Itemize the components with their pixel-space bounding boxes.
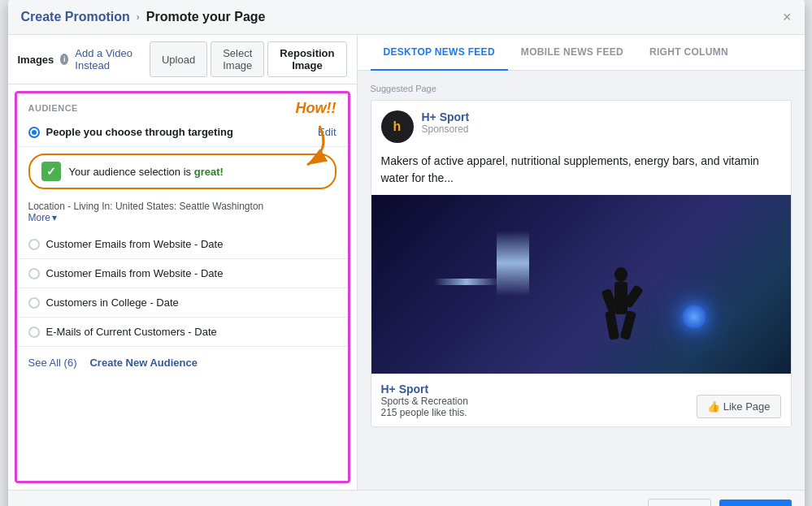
check-circle-icon: ✓: [41, 162, 61, 181]
breadcrumb-current: Promote your Page: [146, 10, 266, 24]
ad-image-content: [371, 195, 791, 374]
ad-card-header: h H+ Sport Sponsored: [371, 101, 791, 153]
close-button[interactable]: ×: [783, 10, 792, 24]
modal-container: Create Promotion › Promote your Page × I…: [8, 0, 805, 506]
ad-card: h H+ Sport Sponsored Makers of active ap…: [371, 100, 792, 427]
gear-icon[interactable]: ⚙: [21, 504, 33, 507]
page-category: Sports & Recreation: [381, 396, 468, 407]
list-item-label-1: Customer Emails from Website - Date: [46, 238, 224, 250]
list-item: Customer Emails from Website - Date: [17, 258, 348, 288]
upload-button[interactable]: Upload: [150, 41, 207, 77]
tab-right-column[interactable]: RIGHT COLUMN: [636, 35, 741, 71]
more-label: More: [28, 212, 50, 223]
see-all-link[interactable]: See All (6): [28, 357, 77, 369]
arrow-annotation: [275, 118, 340, 175]
tab-mobile-news-feed[interactable]: MOBILE NEWS FEED: [508, 35, 636, 71]
images-label: Images: [18, 54, 54, 66]
footer-page-details: H+ Sport Sports & Recreation 215 people …: [381, 383, 468, 418]
page-info: H+ Sport Sponsored: [422, 110, 470, 135]
left-panel: Images i Add a Video Instead Upload Sele…: [8, 35, 358, 490]
footer-page-name[interactable]: H+ Sport: [381, 383, 468, 396]
location-info: Location - Living In: United States: Sea…: [17, 196, 348, 230]
breadcrumb-link[interactable]: Create Promotion: [21, 10, 130, 24]
avatar-letter: h: [393, 119, 402, 134]
list-item-label-2: Customer Emails from Website - Date: [46, 267, 224, 279]
check-mark-icon: ✓: [46, 165, 56, 178]
targeting-option-label: People you choose through targeting: [46, 126, 233, 138]
more-link[interactable]: More ▾: [28, 212, 57, 223]
select-image-button[interactable]: Select Image: [211, 41, 264, 77]
see-all-row: See All (6) Create New Audience: [17, 346, 348, 378]
tab-right-column-label: RIGHT COLUMN: [649, 46, 728, 58]
list-item: Customer Emails from Website - Date: [17, 230, 348, 258]
preview-content: Suggested Page h H+ Sport Sponsored Make…: [358, 71, 805, 490]
audience-option-content: People you choose through targeting: [46, 126, 312, 138]
tab-mobile-label: MOBILE NEWS FEED: [521, 46, 623, 58]
suggested-label: Suggested Page: [371, 84, 792, 93]
how-annotation: How!!: [296, 100, 337, 117]
svg-point-1: [614, 267, 627, 282]
chevron-down-icon: ▾: [52, 212, 57, 223]
ad-text: Makers of active apparel, nutritional su…: [371, 153, 791, 195]
page-avatar: h: [381, 110, 414, 143]
radio-unselected-4[interactable]: [28, 327, 40, 338]
ad-card-footer: H+ Sport Sports & Recreation 215 people …: [371, 374, 791, 426]
modal-footer: ⚙ By clicking Promote, you agree to Face…: [8, 490, 805, 506]
right-panel: DESKTOP NEWS FEED MOBILE NEWS FEED RIGHT…: [358, 35, 805, 490]
list-item-label-4: E-Mails of Current Customers - Date: [46, 326, 217, 338]
audience-section: AUDIENCE How!! People you c: [15, 91, 350, 483]
modal-body: Images i Add a Video Instead Upload Sele…: [8, 35, 805, 490]
radio-unselected-2[interactable]: [28, 268, 40, 279]
svg-rect-4: [619, 310, 636, 340]
radio-unselected-3[interactable]: [28, 297, 40, 309]
selection-prefix: Your audience selection is: [69, 166, 194, 178]
breadcrumb: Create Promotion › Promote your Page: [21, 10, 266, 24]
image-tab-buttons: Upload Select Image Reposition Image: [150, 41, 347, 77]
selection-quality: great!: [194, 166, 224, 178]
like-page-button[interactable]: 👍 Like Page: [697, 395, 780, 418]
selection-text: Your audience selection is great!: [69, 166, 224, 178]
radio-selected[interactable]: [28, 127, 40, 138]
radio-unselected-1[interactable]: [28, 239, 40, 250]
add-video-link[interactable]: Add a Video Instead: [75, 47, 143, 71]
list-item: Customers in College - Date: [17, 288, 348, 317]
svg-rect-3: [605, 310, 619, 340]
ad-page-name[interactable]: H+ Sport: [422, 110, 470, 123]
reposition-image-button[interactable]: Reposition Image: [267, 41, 346, 77]
list-item: E-Mails of Current Customers - Date: [17, 317, 348, 346]
audience-list: Customer Emails from Website - Date Cust…: [17, 230, 348, 346]
cancel-button[interactable]: Cancel: [648, 499, 711, 506]
ad-image: [371, 195, 791, 374]
tab-desktop-label: DESKTOP NEWS FEED: [384, 46, 495, 58]
page-likes: 215 people like this.: [381, 407, 468, 418]
modal-header: Create Promotion › Promote your Page ×: [8, 0, 805, 35]
info-icon[interactable]: i: [60, 54, 68, 65]
cross-light-horizontal: [434, 279, 499, 285]
ball-glow: [682, 305, 706, 329]
cross-light-vertical: [497, 231, 529, 296]
location-text: Location - Living In: United States: Sea…: [28, 201, 264, 212]
promote-button[interactable]: Promote: [719, 500, 792, 506]
breadcrumb-separator: ›: [137, 11, 140, 23]
sport-figure-icon: [599, 266, 644, 356]
create-audience-link[interactable]: Create New Audience: [89, 357, 197, 369]
list-item-label-3: Customers in College - Date: [46, 296, 179, 309]
tab-desktop-news-feed[interactable]: DESKTOP NEWS FEED: [371, 35, 508, 71]
sponsored-text: Sponsored: [422, 123, 470, 135]
preview-tabs: DESKTOP NEWS FEED MOBILE NEWS FEED RIGHT…: [358, 35, 805, 71]
image-toolbar: Images i Add a Video Instead Upload Sele…: [8, 35, 357, 84]
